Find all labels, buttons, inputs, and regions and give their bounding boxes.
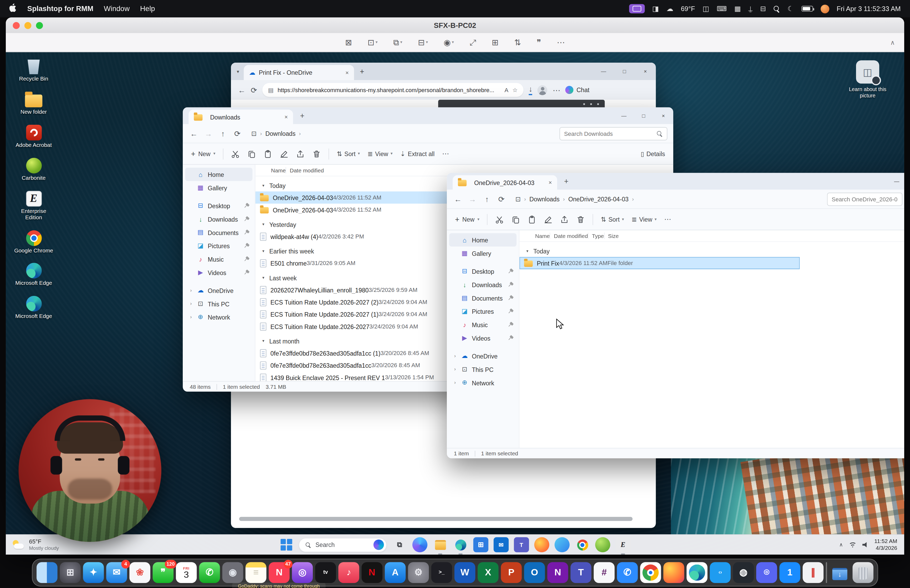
trash[interactable] [853, 562, 873, 583]
sidebar-item[interactable]: ▦ Gallery [185, 181, 252, 194]
delete-icon[interactable] [576, 215, 585, 224]
settings[interactable]: ⚙ [408, 562, 429, 583]
messages[interactable]: ❞ 120 [153, 562, 173, 583]
copilot-chat-button[interactable]: Chat [566, 86, 590, 94]
favorite-star-icon[interactable]: ☆ [512, 87, 518, 93]
splashtop-tool-icon[interactable]: ⊞ [492, 38, 499, 47]
status-icon[interactable]: ⌨ [717, 5, 727, 13]
splashtop-tool-icon[interactable]: ❞ [537, 38, 541, 47]
group-chevron-icon[interactable]: ▾ [262, 338, 269, 343]
taskbar-app-icon[interactable] [453, 537, 468, 552]
breadcrumb-item[interactable]: Downloads [265, 130, 296, 137]
desktop-icon[interactable]: Microsoft Edge [13, 296, 55, 320]
menubar-clock[interactable]: Fri Apr 3 11:52:33 AM [837, 5, 900, 12]
splashtop-tool-icon[interactable]: ⋯ [557, 38, 565, 47]
tab-close-icon[interactable]: × [284, 114, 288, 120]
delete-icon[interactable] [312, 150, 321, 158]
sidebar-item[interactable]: ◪ Pictures [185, 239, 252, 252]
explorer-tab-downloads[interactable]: Downloads × [189, 110, 293, 124]
teams[interactable]: T [571, 562, 592, 583]
new-tab-button[interactable]: + [300, 111, 305, 120]
minimize-button[interactable]: — [887, 178, 904, 184]
calendar[interactable]: FRI 3 [176, 562, 197, 583]
tab-close-icon[interactable]: × [548, 179, 552, 186]
sidebar-item[interactable]: ↓ Downloads [185, 212, 252, 226]
podcasts[interactable]: ◎ [292, 562, 313, 583]
sidebar-item[interactable]: › ☁ OneDrive [449, 349, 517, 363]
group-chevron-icon[interactable]: ▾ [262, 275, 269, 280]
downloads-folder[interactable]: ↓ [829, 562, 850, 583]
new-button[interactable]: +New▾ [191, 150, 215, 158]
chrome[interactable] [640, 562, 661, 583]
sidebar-item[interactable]: ⊟ Desktop [449, 265, 517, 278]
downloads-icon[interactable]: ↓ [529, 85, 532, 95]
splashtop-tool-icon[interactable]: ⧉▾ [393, 37, 402, 47]
breadcrumb-item[interactable]: Downloads [530, 195, 560, 202]
expand-chevron-icon[interactable]: › [189, 315, 193, 320]
onenote[interactable]: N [547, 562, 568, 583]
splashtop-tool-icon[interactable]: ◉▾ [444, 38, 454, 47]
mail[interactable]: ✉ 4 [106, 562, 127, 583]
taskbar-app-icon[interactable]: T [514, 537, 529, 552]
desktop-icon[interactable]: Microsoft Edge [13, 263, 55, 287]
search-box[interactable] [827, 193, 903, 206]
new-button[interactable]: +New▾ [455, 215, 480, 224]
explorer-tab-onedrive[interactable]: OneDrive_2026-04-03 × [453, 175, 557, 190]
desktop-icon[interactable]: Adobe Acrobat [13, 125, 55, 149]
spotlight-search-icon[interactable] [774, 5, 780, 12]
word[interactable]: W [454, 562, 475, 583]
minimize-button[interactable] [24, 22, 31, 29]
read-aloud-icon[interactable]: A [504, 87, 508, 93]
picture-icon[interactable]: ◫ [856, 60, 879, 84]
sidebar-item[interactable]: › ⊡ This PC [449, 363, 517, 376]
photos[interactable]: ❀ [129, 562, 150, 583]
more-menu-icon[interactable]: ⋯ [553, 86, 560, 94]
expand-chevron-icon[interactable]: › [453, 353, 457, 359]
start-button[interactable] [280, 538, 293, 552]
back-button[interactable]: ← [238, 86, 246, 94]
close-button[interactable]: × [653, 113, 673, 119]
sort-button[interactable]: ⇅Sort▾ [601, 216, 624, 223]
sidebar-item[interactable]: ⌂ Home [185, 168, 252, 181]
address-bar[interactable]: ▤ https://shorebreakcommunications-my.sh… [262, 83, 524, 97]
sidebar-item[interactable]: ⊟ Desktop [185, 199, 252, 212]
focus-moon-icon[interactable]: ☾ [787, 5, 794, 13]
parallels[interactable]: ∥ [803, 562, 823, 583]
maximize-button[interactable]: □ [614, 68, 635, 74]
view-button[interactable]: ≣View▾ [631, 216, 656, 223]
splashtop-tool-icon[interactable]: ⤢ [469, 37, 476, 47]
expand-chevron-icon[interactable]: › [453, 367, 457, 372]
file-row[interactable]: Print Fix 4/3/2026 11:52 AM File folder [519, 257, 800, 269]
taskbar-app-icon[interactable] [554, 537, 569, 552]
search-box[interactable] [559, 127, 668, 140]
breadcrumb-item[interactable]: OneDrive_2026-04-03 [568, 195, 629, 202]
menubar-menu-window[interactable]: Window [104, 5, 129, 13]
sidebar-item[interactable]: ▦ Gallery [449, 247, 517, 260]
close-button[interactable] [13, 22, 19, 29]
slack[interactable]: # [594, 562, 614, 583]
extract-all-button[interactable]: ⇣Extract all [400, 150, 435, 158]
user-avatar-icon[interactable] [821, 5, 829, 13]
vscode[interactable]: ‹› [710, 562, 731, 583]
music[interactable]: ♪ [338, 562, 359, 583]
zoom-button[interactable] [36, 22, 43, 29]
splashtop-tool-icon[interactable]: ⇅ [514, 38, 521, 47]
taskbar-app-icon[interactable]: ⊞ [473, 537, 488, 552]
netflix[interactable]: N [362, 562, 382, 583]
breadcrumb[interactable]: ⊡ › Downloads›OneDrive_2026-04-03› [511, 194, 638, 205]
screen-sharing-indicator-icon[interactable] [629, 4, 645, 13]
status-icon[interactable]: ◫ [703, 5, 709, 13]
sidebar-item[interactable]: ▶ Videos [185, 266, 252, 279]
outlook[interactable]: O [524, 562, 545, 583]
profile-icon[interactable] [538, 85, 548, 95]
discord[interactable]: ⌾ [756, 562, 777, 583]
expand-chevron-icon[interactable]: › [189, 301, 193, 306]
taskbar-app-icon[interactable] [575, 537, 590, 552]
rename-icon[interactable] [280, 150, 289, 158]
splashtop-tool-icon[interactable]: ⊠ [345, 38, 352, 47]
spotlight-widget[interactable]: ◫ Learn about this picture [847, 60, 888, 99]
up-button[interactable]: ↑ [482, 194, 492, 203]
excel[interactable]: X [478, 562, 498, 583]
menubar-app-name[interactable]: Splashtop for RMM [27, 5, 94, 13]
splashtop-tool-icon[interactable]: ⊡▾ [368, 38, 378, 47]
